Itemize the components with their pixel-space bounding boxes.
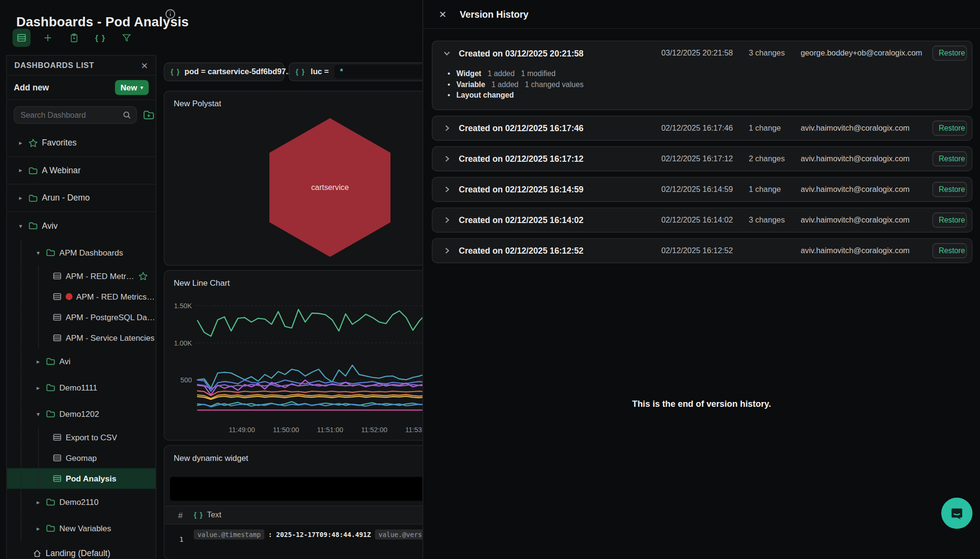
polystat-hexagon[interactable]: cartservice xyxy=(269,118,390,257)
sidebar-item-demo1202[interactable]: ▾Demo1202 xyxy=(7,401,156,427)
tree-guide-line xyxy=(21,239,21,266)
new-folder-icon[interactable] xyxy=(143,109,155,121)
chevron-down-icon[interactable] xyxy=(443,49,459,57)
version-entry-header[interactable]: Created on 02/12/2025 16:12:5202/12/2025… xyxy=(433,239,972,263)
version-entry-header[interactable]: Created on 02/12/2025 16:17:1202/12/2025… xyxy=(433,147,972,171)
filter-chip-pod[interactable]: { } pod = cartservice-5df6bd97... xyxy=(164,63,284,81)
tree-guide-line xyxy=(38,447,39,468)
restore-button[interactable]: Restore xyxy=(933,151,967,166)
red-dot-icon xyxy=(66,293,72,300)
clipboard-icon[interactable] xyxy=(65,29,83,47)
dashboards-list-toggle-button[interactable] xyxy=(12,29,31,47)
chevron-right-icon[interactable] xyxy=(443,246,459,255)
query-bar[interactable] xyxy=(170,477,433,501)
version-entry-author: aviv.haimovitch@coralogix.com xyxy=(801,155,933,163)
version-entry: Created on 02/12/2025 16:14:5902/12/2025… xyxy=(432,177,973,202)
filter-button[interactable] xyxy=(118,29,136,47)
filter-chip-luc[interactable]: { } luc = * xyxy=(289,63,432,81)
search-dashboard-input[interactable] xyxy=(14,106,137,124)
variables-button[interactable]: { } xyxy=(91,29,110,47)
sidebar-item-new-variables[interactable]: ▸New Variables xyxy=(7,515,156,541)
sidebar-item-label: APM - Service Latencies xyxy=(66,333,155,343)
search-input[interactable] xyxy=(19,110,122,120)
version-entry-header[interactable]: Created on 02/12/2025 16:14:5902/12/2025… xyxy=(433,178,972,201)
version-entry-changes: 1 change xyxy=(749,185,801,194)
tree-guide-line xyxy=(38,468,39,489)
dashboards-tree: ▸Favorites▸A Webinar▸Arun - Demo▾Aviv▾AP… xyxy=(7,129,156,559)
sidebar-item-demo2110[interactable]: ▸Demo2110 xyxy=(7,489,156,515)
x-axis-tick-label: 11:49:00 xyxy=(229,426,255,434)
filter-chip-luc-value[interactable]: * xyxy=(334,65,426,79)
sidebar-item-avi[interactable]: ▸Avi xyxy=(7,348,156,375)
sidebar-item-apm-postgresql-databas[interactable]: APM - PostgreSQL Databas... xyxy=(7,307,156,327)
chevron-right-icon[interactable]: ▸ xyxy=(34,499,42,505)
version-entry-author: aviv.haimovitch@coralogix.com xyxy=(801,246,933,255)
restore-button[interactable]: Restore xyxy=(933,212,967,227)
new-dashboard-button[interactable]: New ▾ xyxy=(115,80,149,95)
chevron-right-icon[interactable] xyxy=(443,124,459,133)
chevron-right-icon[interactable] xyxy=(443,155,459,163)
sidebar-item-favorites[interactable]: ▸Favorites xyxy=(7,129,156,157)
version-history-panel: ✕ Version History Created on 03/12/2025 … xyxy=(423,0,980,559)
sidebar-item-a-webinar[interactable]: ▸A Webinar xyxy=(7,157,156,184)
sidebar-item-apm-dashboards[interactable]: ▾APM Dashboards xyxy=(7,239,156,266)
version-entry-header[interactable]: Created on 02/12/2025 16:14:0202/12/2025… xyxy=(433,208,972,232)
chat-button[interactable] xyxy=(941,498,972,529)
sidebar-item-apm-red-metrics-mo[interactable]: APM - RED Metrics (Mo... xyxy=(7,266,156,286)
change-detail: •Layout changed xyxy=(447,90,962,101)
chevron-right-icon[interactable]: ▸ xyxy=(17,194,24,201)
chevron-right-icon[interactable] xyxy=(443,185,459,194)
sidebar-item-apm-service-latencies[interactable]: APM - Service Latencies xyxy=(7,327,156,348)
widget-line-chart[interactable]: 1.50K1.00K50011:49:0011:50:0011:51:0011:… xyxy=(164,270,433,441)
chevron-right-icon[interactable]: ▸ xyxy=(17,167,24,174)
add-widget-button[interactable] xyxy=(39,29,57,47)
sidebar-item-geomap[interactable]: Geomap xyxy=(7,447,156,468)
dashboard-icon xyxy=(52,313,62,322)
close-version-history-icon[interactable]: ✕ xyxy=(439,9,446,20)
widget-dynamic[interactable]: New dynamic widget # { } Text 1 value.@t… xyxy=(164,445,433,559)
chevron-down-icon[interactable]: ▾ xyxy=(34,249,42,256)
chevron-right-icon[interactable]: ▸ xyxy=(17,139,24,146)
change-detail-label: Layout changed xyxy=(457,90,514,101)
sidebar-item-pod-analysis[interactable]: Pod Analysis xyxy=(7,468,156,489)
version-entry-title: Created on 02/12/2025 16:14:02 xyxy=(459,215,661,225)
close-sidebar-icon[interactable]: ✕ xyxy=(141,60,148,70)
chevron-down-icon[interactable]: ▾ xyxy=(17,222,24,229)
favorite-star-icon[interactable] xyxy=(138,271,148,281)
sidebar-item-apm-red-metrics-freq[interactable]: APM - RED Metrics (Freq... xyxy=(7,286,156,307)
polystat-hexagon-label: cartservice xyxy=(311,183,349,192)
log-field-key[interactable]: value.@timestamp xyxy=(194,529,265,539)
info-icon[interactable] xyxy=(165,9,176,19)
sidebar-item-arun-demo[interactable]: ▸Arun - Demo xyxy=(7,184,156,212)
sidebar-item-label: Demo1202 xyxy=(59,409,99,419)
x-axis-tick-label: 11:50:00 xyxy=(273,426,299,434)
text-column-header[interactable]: Text xyxy=(207,511,222,519)
restore-button[interactable]: Restore xyxy=(933,121,967,135)
chart-series-cartservice-total[interactable] xyxy=(198,310,433,336)
sidebar-item-landing-default[interactable]: Landing (Default) xyxy=(7,541,156,559)
chart-series-pod-g[interactable] xyxy=(198,396,433,399)
table-row[interactable]: 1 value.@timestamp: 2025-12-17T09:48:44.… xyxy=(165,525,432,559)
tree-guide-line xyxy=(21,286,21,307)
version-history-end-message: This is the end of version history. xyxy=(423,399,980,409)
chevron-down-icon[interactable]: ▾ xyxy=(34,410,42,417)
y-axis-tick-label: 1.50K xyxy=(174,302,192,310)
restore-button[interactable]: Restore xyxy=(933,243,967,258)
folder-icon xyxy=(28,221,38,231)
version-entry-date: 02/12/2025 16:14:02 xyxy=(661,216,749,224)
widget-polystat[interactable]: New Polystat cartservice xyxy=(164,90,433,266)
version-entry-header[interactable]: Created on 02/12/2025 16:17:4602/12/2025… xyxy=(433,116,972,140)
sidebar-item-label: APM - RED Metrics (Mo... xyxy=(66,271,134,281)
restore-button[interactable]: Restore xyxy=(933,182,967,197)
sidebar-item-aviv[interactable]: ▾Aviv xyxy=(7,212,156,239)
sidebar-item-export-to-csv[interactable]: Export to CSV xyxy=(7,427,156,447)
version-entry-title: Created on 02/12/2025 16:14:59 xyxy=(459,185,661,194)
sidebar-item-demo1111[interactable]: ▸Demo1111 xyxy=(7,374,156,401)
chevron-right-icon[interactable]: ▸ xyxy=(34,525,42,531)
chevron-right-icon[interactable]: ▸ xyxy=(34,384,42,391)
restore-button[interactable]: Restore xyxy=(933,45,967,60)
chevron-right-icon[interactable]: ▸ xyxy=(34,358,42,365)
version-entry-header[interactable]: Created on 03/12/2025 20:21:5803/12/2025… xyxy=(433,41,972,65)
chevron-right-icon[interactable] xyxy=(443,216,459,224)
tree-guide-line xyxy=(21,401,21,427)
